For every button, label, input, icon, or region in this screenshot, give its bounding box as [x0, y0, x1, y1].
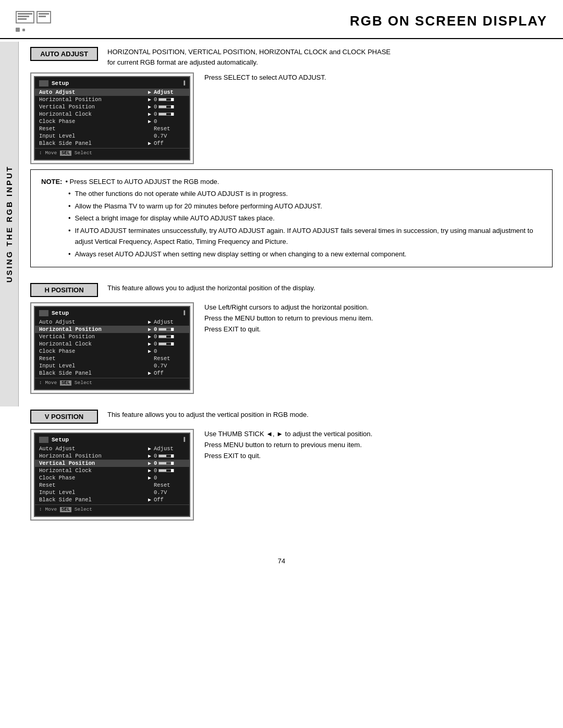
h-position-section: H POSITION This feature allows you to ad…	[30, 283, 553, 394]
v-position-header: V POSITION This feature allows you to ad…	[30, 410, 553, 424]
osd-v-row-v-pos: Vertical Position ▶ 0	[35, 460, 189, 467]
note-row-3: • Select a bright image for display whil…	[41, 213, 542, 224]
osd-h-row-reset: Reset Reset	[35, 355, 189, 362]
osd-row-black-side: Black Side Panel ▶ Off	[35, 140, 189, 147]
v-position-label: V POSITION	[30, 410, 98, 424]
auto-adjust-desc: HORIZONTAL POSITION, VERTICAL POSITION, …	[107, 47, 553, 67]
h-position-label: H POSITION	[30, 283, 98, 297]
osd-v-row-auto-adjust: Auto Adjust ▶ Adjust	[35, 445, 189, 452]
v-position-desc: This feature allows you to adjust the ve…	[107, 410, 553, 420]
osd-row-input-level: Input Level 0.7V	[35, 132, 189, 140]
osd-h-row-auto-adjust: Auto Adjust ▶ Adjust	[35, 318, 189, 326]
auto-adjust-instruction: Press SELECT to select AUTO ADJUST.	[204, 72, 553, 83]
h-position-osd-container: Setup ▐ Auto Adjust ▶ Adjust Horizontal …	[30, 302, 553, 394]
note-row-5: • Always reset AUTO ADJUST when setting …	[41, 249, 542, 260]
osd-row-h-clock: Horizontal Clock ▶ 0	[35, 110, 189, 118]
auto-adjust-section: AUTO ADJUST HORIZONTAL POSITION, VERTICA…	[30, 47, 553, 267]
h-position-instructions: Use Left/Right cursors to adjust the hor…	[204, 302, 553, 335]
osd-h-row-h-pos: Horizontal Position ▶ 0	[35, 326, 189, 333]
logo	[16, 9, 57, 33]
osd-v-row-clock-phase: Clock Phase ▶ 0	[35, 474, 189, 482]
osd-row-clock-phase: Clock Phase ▶ 0	[35, 118, 189, 125]
sidebar-label: USING THE RGB INPUT	[0, 42, 19, 406]
osd-title: Setup ▐	[35, 79, 189, 88]
osd-h-row-clock-phase: Clock Phase ▶ 0	[35, 348, 189, 355]
note-row-1: • The other functions do not operate whi…	[41, 188, 542, 199]
osd-h-footer: ↕ Move SEL Select	[35, 378, 189, 387]
osd-h-title-icon	[39, 310, 48, 316]
osd-h-row-v-pos: Vertical Position ▶ 0	[35, 333, 189, 340]
osd-title-icon	[39, 80, 48, 87]
auto-adjust-osd-container: Setup ▐ Auto Adjust ▶ Adjust Horizontal …	[30, 72, 553, 164]
page-footer: 74	[0, 552, 563, 575]
note-box: NOTE: • Press SELECT to AUTO ADJUST the …	[30, 169, 553, 267]
osd-v-row-h-clock: Horizontal Clock ▶ 0	[35, 467, 189, 474]
v-position-section: V POSITION This feature allows you to ad…	[30, 410, 553, 521]
osd-row-reset: Reset Reset	[35, 125, 189, 132]
v-position-instructions: Use THUMB STICK ◄, ► to adjust the verti…	[204, 429, 553, 461]
osd-h-row-black-side: Black Side Panel ▶ Off	[35, 369, 189, 377]
osd-v-row-black-side: Black Side Panel ▶ Off	[35, 496, 189, 503]
h-position-header: H POSITION This feature allows you to ad…	[30, 283, 553, 297]
note-row-0: NOTE: • Press SELECT to AUTO ADJUST the …	[41, 176, 542, 187]
osd-v-row-input-level: Input Level 0.7V	[35, 489, 189, 496]
osd-v-row-reset: Reset Reset	[35, 482, 189, 489]
h-position-desc: This feature allows you to adjust the ho…	[107, 283, 553, 293]
osd-h-row-h-clock: Horizontal Clock ▶ 0	[35, 340, 189, 348]
v-position-osd-menu: Setup ▐ Auto Adjust ▶ Adjust Horizontal …	[34, 433, 190, 517]
auto-adjust-label: AUTO ADJUST	[30, 47, 98, 61]
osd-v-title: Setup ▐	[35, 436, 189, 444]
auto-adjust-osd-menu: Setup ▐ Auto Adjust ▶ Adjust Horizontal …	[34, 76, 190, 161]
auto-adjust-header: AUTO ADJUST HORIZONTAL POSITION, VERTICA…	[30, 47, 553, 67]
osd-h-title: Setup ▐	[35, 309, 189, 317]
osd-row-h-pos: Horizontal Position ▶ 0	[35, 96, 189, 103]
osd-v-title-icon	[39, 437, 48, 443]
osd-v-row-h-pos: Horizontal Position ▶ 0	[35, 452, 189, 460]
osd-h-row-input-level: Input Level 0.7V	[35, 362, 189, 369]
v-position-osd-container: Setup ▐ Auto Adjust ▶ Adjust Horizontal …	[30, 429, 553, 521]
note-row-4: • If AUTO ADJUST terminates unsuccessful…	[41, 225, 542, 248]
osd-footer: ↕ Move SEL Select	[35, 148, 189, 157]
note-row-2: • Allow the Plasma TV to warm up for 20 …	[41, 201, 542, 212]
page-header: RGB ON SCREEN DISPLAY	[0, 0, 563, 39]
page-title: RGB ON SCREEN DISPLAY	[57, 13, 547, 29]
main-content: AUTO ADJUST HORIZONTAL POSITION, VERTICA…	[20, 47, 563, 552]
h-position-osd-menu: Setup ▐ Auto Adjust ▶ Adjust Horizontal …	[34, 306, 190, 390]
osd-v-footer: ↕ Move SEL Select	[35, 504, 189, 514]
osd-row-v-pos: Vertical Position ▶ 0	[35, 103, 189, 110]
osd-row-auto-adjust: Auto Adjust ▶ Adjust	[35, 89, 189, 96]
